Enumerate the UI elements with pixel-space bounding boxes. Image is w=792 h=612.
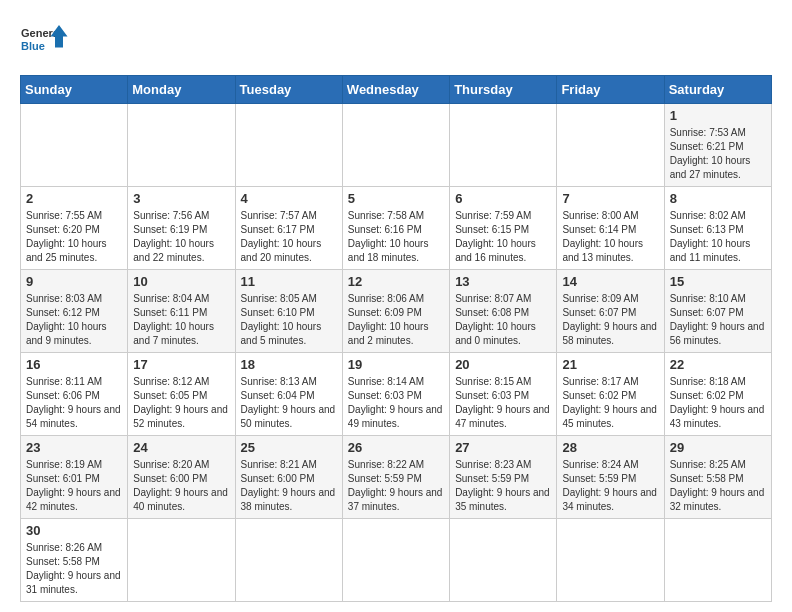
day-info: Sunrise: 7:57 AM Sunset: 6:17 PM Dayligh… [241,209,337,265]
day-info: Sunrise: 8:04 AM Sunset: 6:11 PM Dayligh… [133,292,229,348]
day-info: Sunrise: 8:20 AM Sunset: 6:00 PM Dayligh… [133,458,229,514]
day-number: 27 [455,440,551,455]
day-number: 7 [562,191,658,206]
day-cell: 5Sunrise: 7:58 AM Sunset: 6:16 PM Daylig… [342,187,449,270]
day-number: 5 [348,191,444,206]
day-cell [557,104,664,187]
day-info: Sunrise: 8:26 AM Sunset: 5:58 PM Dayligh… [26,541,122,597]
svg-text:Blue: Blue [21,40,45,52]
day-number: 3 [133,191,229,206]
day-number: 15 [670,274,766,289]
day-cell: 23Sunrise: 8:19 AM Sunset: 6:01 PM Dayli… [21,436,128,519]
header: General Blue [20,20,772,65]
day-cell: 7Sunrise: 8:00 AM Sunset: 6:14 PM Daylig… [557,187,664,270]
day-cell [450,104,557,187]
day-info: Sunrise: 8:15 AM Sunset: 6:03 PM Dayligh… [455,375,551,431]
day-info: Sunrise: 8:05 AM Sunset: 6:10 PM Dayligh… [241,292,337,348]
day-number: 14 [562,274,658,289]
day-number: 29 [670,440,766,455]
day-number: 19 [348,357,444,372]
day-number: 9 [26,274,122,289]
week-row-5: 30Sunrise: 8:26 AM Sunset: 5:58 PM Dayli… [21,519,772,602]
day-cell: 21Sunrise: 8:17 AM Sunset: 6:02 PM Dayli… [557,353,664,436]
day-info: Sunrise: 8:19 AM Sunset: 6:01 PM Dayligh… [26,458,122,514]
day-cell: 6Sunrise: 7:59 AM Sunset: 6:15 PM Daylig… [450,187,557,270]
day-number: 28 [562,440,658,455]
day-info: Sunrise: 8:03 AM Sunset: 6:12 PM Dayligh… [26,292,122,348]
week-row-0: 1Sunrise: 7:53 AM Sunset: 6:21 PM Daylig… [21,104,772,187]
day-cell: 24Sunrise: 8:20 AM Sunset: 6:00 PM Dayli… [128,436,235,519]
day-info: Sunrise: 8:12 AM Sunset: 6:05 PM Dayligh… [133,375,229,431]
day-cell: 28Sunrise: 8:24 AM Sunset: 5:59 PM Dayli… [557,436,664,519]
header-sunday: Sunday [21,76,128,104]
day-cell: 17Sunrise: 8:12 AM Sunset: 6:05 PM Dayli… [128,353,235,436]
day-info: Sunrise: 8:25 AM Sunset: 5:58 PM Dayligh… [670,458,766,514]
calendar-header-row: SundayMondayTuesdayWednesdayThursdayFrid… [21,76,772,104]
day-info: Sunrise: 7:56 AM Sunset: 6:19 PM Dayligh… [133,209,229,265]
day-cell: 9Sunrise: 8:03 AM Sunset: 6:12 PM Daylig… [21,270,128,353]
day-number: 23 [26,440,122,455]
day-cell [342,104,449,187]
day-number: 22 [670,357,766,372]
logo: General Blue [20,20,70,65]
day-number: 8 [670,191,766,206]
day-cell [557,519,664,602]
day-cell: 10Sunrise: 8:04 AM Sunset: 6:11 PM Dayli… [128,270,235,353]
day-info: Sunrise: 7:55 AM Sunset: 6:20 PM Dayligh… [26,209,122,265]
day-info: Sunrise: 7:53 AM Sunset: 6:21 PM Dayligh… [670,126,766,182]
day-number: 4 [241,191,337,206]
day-cell: 11Sunrise: 8:05 AM Sunset: 6:10 PM Dayli… [235,270,342,353]
header-monday: Monday [128,76,235,104]
day-info: Sunrise: 8:07 AM Sunset: 6:08 PM Dayligh… [455,292,551,348]
day-cell: 27Sunrise: 8:23 AM Sunset: 5:59 PM Dayli… [450,436,557,519]
header-tuesday: Tuesday [235,76,342,104]
day-cell [342,519,449,602]
day-number: 17 [133,357,229,372]
day-cell: 19Sunrise: 8:14 AM Sunset: 6:03 PM Dayli… [342,353,449,436]
day-cell: 8Sunrise: 8:02 AM Sunset: 6:13 PM Daylig… [664,187,771,270]
day-info: Sunrise: 8:21 AM Sunset: 6:00 PM Dayligh… [241,458,337,514]
day-info: Sunrise: 8:06 AM Sunset: 6:09 PM Dayligh… [348,292,444,348]
day-cell: 22Sunrise: 8:18 AM Sunset: 6:02 PM Dayli… [664,353,771,436]
day-info: Sunrise: 8:00 AM Sunset: 6:14 PM Dayligh… [562,209,658,265]
day-number: 18 [241,357,337,372]
day-number: 12 [348,274,444,289]
day-info: Sunrise: 8:10 AM Sunset: 6:07 PM Dayligh… [670,292,766,348]
day-number: 2 [26,191,122,206]
day-cell [235,519,342,602]
week-row-4: 23Sunrise: 8:19 AM Sunset: 6:01 PM Dayli… [21,436,772,519]
day-cell: 15Sunrise: 8:10 AM Sunset: 6:07 PM Dayli… [664,270,771,353]
day-cell: 26Sunrise: 8:22 AM Sunset: 5:59 PM Dayli… [342,436,449,519]
day-number: 13 [455,274,551,289]
day-cell [21,104,128,187]
day-number: 10 [133,274,229,289]
header-friday: Friday [557,76,664,104]
day-info: Sunrise: 7:59 AM Sunset: 6:15 PM Dayligh… [455,209,551,265]
day-cell: 12Sunrise: 8:06 AM Sunset: 6:09 PM Dayli… [342,270,449,353]
day-info: Sunrise: 8:13 AM Sunset: 6:04 PM Dayligh… [241,375,337,431]
day-number: 30 [26,523,122,538]
header-wednesday: Wednesday [342,76,449,104]
week-row-2: 9Sunrise: 8:03 AM Sunset: 6:12 PM Daylig… [21,270,772,353]
day-cell [664,519,771,602]
day-number: 16 [26,357,122,372]
day-cell: 1Sunrise: 7:53 AM Sunset: 6:21 PM Daylig… [664,104,771,187]
week-row-3: 16Sunrise: 8:11 AM Sunset: 6:06 PM Dayli… [21,353,772,436]
header-thursday: Thursday [450,76,557,104]
day-info: Sunrise: 8:18 AM Sunset: 6:02 PM Dayligh… [670,375,766,431]
day-info: Sunrise: 8:11 AM Sunset: 6:06 PM Dayligh… [26,375,122,431]
day-info: Sunrise: 8:24 AM Sunset: 5:59 PM Dayligh… [562,458,658,514]
day-cell: 18Sunrise: 8:13 AM Sunset: 6:04 PM Dayli… [235,353,342,436]
day-cell: 13Sunrise: 8:07 AM Sunset: 6:08 PM Dayli… [450,270,557,353]
day-info: Sunrise: 7:58 AM Sunset: 6:16 PM Dayligh… [348,209,444,265]
day-info: Sunrise: 8:02 AM Sunset: 6:13 PM Dayligh… [670,209,766,265]
day-number: 26 [348,440,444,455]
day-cell: 4Sunrise: 7:57 AM Sunset: 6:17 PM Daylig… [235,187,342,270]
day-info: Sunrise: 8:17 AM Sunset: 6:02 PM Dayligh… [562,375,658,431]
day-cell: 3Sunrise: 7:56 AM Sunset: 6:19 PM Daylig… [128,187,235,270]
calendar: SundayMondayTuesdayWednesdayThursdayFrid… [20,75,772,602]
day-info: Sunrise: 8:14 AM Sunset: 6:03 PM Dayligh… [348,375,444,431]
day-number: 6 [455,191,551,206]
day-cell [450,519,557,602]
day-cell [235,104,342,187]
